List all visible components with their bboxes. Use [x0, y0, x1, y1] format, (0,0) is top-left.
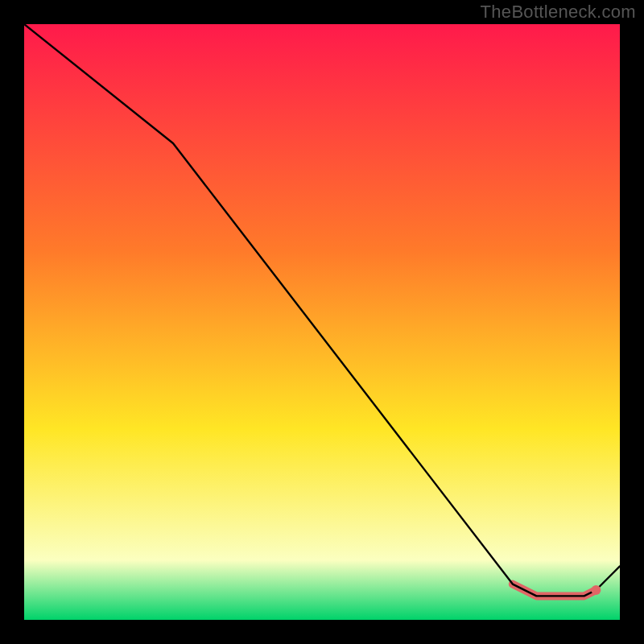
chart-frame: TheBottleneck.com [0, 0, 644, 644]
highlight-point [591, 585, 601, 595]
plot-area [24, 24, 620, 620]
chart-svg [24, 24, 620, 620]
gradient-background [24, 24, 620, 620]
watermark-text: TheBottleneck.com [481, 2, 636, 23]
